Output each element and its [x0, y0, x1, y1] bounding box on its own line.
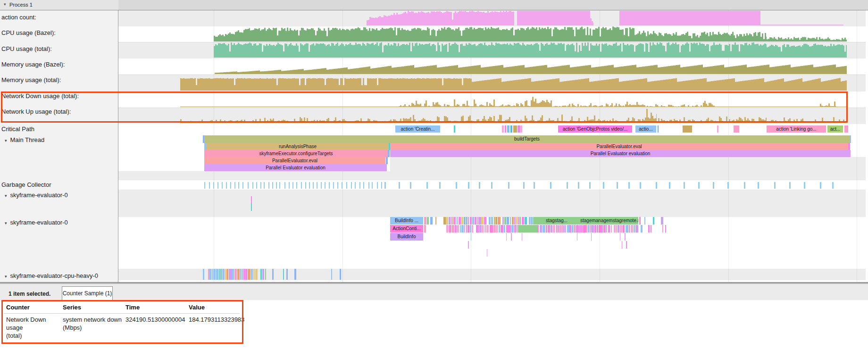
- network-down-usage-total-chart[interactable]: [625, 102, 645, 107]
- slice[interactable]: [213, 269, 216, 280]
- network-up-usage-total-chart[interactable]: [399, 115, 646, 123]
- slice[interactable]: [482, 225, 484, 233]
- slice[interactable]: [240, 269, 242, 280]
- collapse-arrow-icon[interactable]: ▾: [4, 2, 6, 7]
- slice[interactable]: [449, 217, 451, 225]
- slice[interactable]: [475, 217, 477, 225]
- slice[interactable]: [203, 269, 204, 280]
- gc-tick[interactable]: [329, 182, 330, 189]
- gc-tick[interactable]: [264, 182, 265, 189]
- slice[interactable]: [717, 125, 718, 133]
- gc-tick[interactable]: [268, 182, 269, 189]
- slice[interactable]: [518, 225, 538, 233]
- gc-tick[interactable]: [213, 182, 214, 189]
- slice[interactable]: [591, 233, 592, 241]
- gc-tick[interactable]: [317, 182, 317, 189]
- slice-runanalysisphase[interactable]: runAnalysisPhase: [207, 143, 389, 150]
- slice[interactable]: [237, 269, 240, 280]
- cpu-usage-bazel-chart[interactable]: [214, 28, 250, 42]
- action-count-chart[interactable]: [517, 11, 590, 25]
- gc-tick[interactable]: [381, 182, 382, 189]
- slice[interactable]: [459, 217, 461, 225]
- cpu-usage-total-chart[interactable]: [767, 43, 847, 58]
- slice[interactable]: [487, 249, 487, 257]
- slice[interactable]: [467, 225, 469, 233]
- slice[interactable]: [591, 225, 594, 233]
- cpu-usage-total-chart[interactable]: [214, 42, 767, 58]
- memory-usage-total-chart[interactable]: [472, 78, 764, 91]
- slice[interactable]: [683, 125, 692, 133]
- gc-tick[interactable]: [640, 182, 641, 189]
- gc-tick[interactable]: [468, 182, 469, 189]
- slice[interactable]: [516, 217, 517, 225]
- gc-tick[interactable]: [305, 182, 306, 189]
- gc-tick[interactable]: [204, 182, 205, 189]
- slice[interactable]: [662, 225, 663, 233]
- cpu-usage-bazel-chart[interactable]: [767, 37, 847, 42]
- slice[interactable]: [234, 269, 237, 280]
- memory-usage-bazel-chart[interactable]: [215, 66, 392, 74]
- slice[interactable]: [457, 225, 458, 233]
- slice[interactable]: [510, 125, 512, 133]
- slice[interactable]: [546, 225, 547, 233]
- slice-actio[interactable]: actio...: [635, 125, 656, 133]
- gc-tick[interactable]: [372, 182, 373, 189]
- slice[interactable]: [222, 269, 225, 280]
- collapse-arrow-icon[interactable]: ▾: [5, 193, 7, 198]
- slice[interactable]: [631, 225, 634, 233]
- slice[interactable]: [491, 225, 493, 233]
- gc-tick[interactable]: [284, 182, 285, 189]
- slice[interactable]: [245, 269, 247, 280]
- gc-tick[interactable]: [774, 182, 776, 189]
- slice[interactable]: [648, 225, 650, 233]
- slice[interactable]: [386, 157, 388, 164]
- slice[interactable]: [255, 269, 258, 280]
- slice[interactable]: [599, 225, 601, 233]
- slice[interactable]: [251, 203, 252, 211]
- slice[interactable]: [484, 225, 486, 233]
- slice[interactable]: [232, 269, 234, 280]
- slice[interactable]: [477, 217, 478, 225]
- gc-tick[interactable]: [384, 182, 386, 189]
- network-down-usage-total-chart[interactable]: [399, 100, 531, 107]
- slice[interactable]: [594, 225, 596, 233]
- slice[interactable]: [451, 225, 454, 233]
- slice[interactable]: [641, 225, 643, 233]
- action-count-chart[interactable]: [590, 18, 593, 25]
- gc-tick[interactable]: [399, 182, 400, 189]
- gc-tick[interactable]: [426, 182, 428, 189]
- collapse-arrow-icon[interactable]: ▾: [5, 221, 7, 225]
- slice[interactable]: [506, 233, 507, 241]
- slice[interactable]: [260, 269, 262, 280]
- slice[interactable]: [542, 225, 545, 233]
- slice[interactable]: [470, 217, 472, 225]
- slice[interactable]: [577, 233, 577, 241]
- gc-tick[interactable]: [309, 182, 310, 189]
- slice[interactable]: [472, 217, 474, 225]
- gc-tick[interactable]: [479, 182, 480, 189]
- slice[interactable]: [504, 217, 506, 225]
- slice[interactable]: [435, 217, 436, 225]
- slice-buildtargets[interactable]: buildTargets: [204, 135, 850, 143]
- slice[interactable]: [496, 225, 498, 233]
- slice[interactable]: [501, 225, 503, 233]
- slice[interactable]: [639, 217, 641, 225]
- slice[interactable]: [472, 225, 473, 233]
- slice[interactable]: [556, 225, 558, 233]
- slice[interactable]: [529, 217, 531, 225]
- slice[interactable]: [490, 225, 491, 233]
- slice[interactable]: [635, 225, 638, 233]
- gc-tick[interactable]: [355, 182, 356, 189]
- slice-stagstag[interactable]: stagstag...: [533, 217, 580, 225]
- slice[interactable]: [509, 225, 511, 233]
- slice[interactable]: [540, 225, 542, 233]
- network-down-usage-total-chart[interactable]: [645, 104, 703, 107]
- process-header[interactable]: ▾ Process 1: [0, 0, 868, 10]
- memory-usage-bazel-chart[interactable]: [392, 65, 847, 74]
- slice[interactable]: [468, 241, 469, 249]
- slice-stagemanagemstagremote-remot[interactable]: stagemanagemstagremote.remot...: [580, 217, 638, 225]
- slice[interactable]: [517, 225, 518, 233]
- slice[interactable]: [427, 217, 429, 225]
- slice[interactable]: [576, 225, 579, 233]
- gc-tick[interactable]: [758, 182, 759, 189]
